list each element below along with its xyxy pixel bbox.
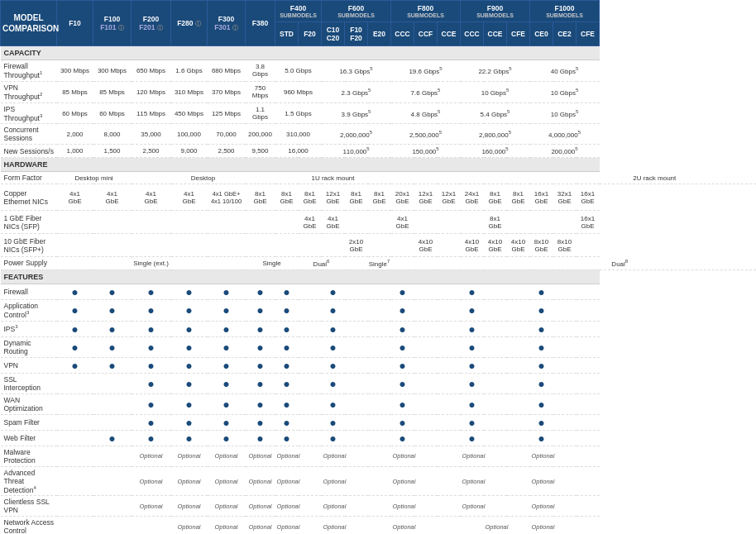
mp-f600c10: Optional xyxy=(322,446,345,466)
nac-row: Network Access Control Optional Optional… xyxy=(1,517,757,534)
mp-f10 xyxy=(57,446,93,466)
ff-f800ccf xyxy=(414,284,438,299)
ssl-f280: ● xyxy=(171,373,208,393)
wf-f10 xyxy=(57,430,93,446)
csv-f300: Optional xyxy=(208,496,246,517)
ff-f600e20 xyxy=(368,284,391,299)
ac-f600c10: ● xyxy=(322,299,345,321)
capacity-label: CAPACITY xyxy=(1,46,600,60)
hardware-label: HARDWARE xyxy=(1,158,600,172)
cn-f600e20: 8x1GbE xyxy=(368,184,391,211)
ips-feature-row: IPS3 ● ● ● ● ● ● ● ● ● ● ● xyxy=(1,321,757,336)
sf-f200: ● xyxy=(132,414,171,430)
vpnf-f10: ● xyxy=(57,357,93,373)
ssl-f800ccf xyxy=(414,373,438,393)
f10n-f1000ce0: 8x10GbE xyxy=(530,234,553,257)
sf-f800ccc: ● xyxy=(391,414,414,430)
dr-f1000ce0: ● xyxy=(530,336,553,357)
ips-f800ccc: ● xyxy=(391,321,414,336)
wan-f800cce xyxy=(438,393,461,414)
wan-f380: ● xyxy=(246,393,275,414)
ns-f1000: 200,0005 xyxy=(530,145,600,158)
it-f1000: 10 Gbps5 xyxy=(530,103,600,124)
ff-f600f10 xyxy=(345,284,368,299)
wf-f100: ● xyxy=(93,430,132,446)
ssl-f800ccc: ● xyxy=(391,373,414,393)
f10n-f900ccc: 4x10GbE xyxy=(461,234,484,257)
sf-f900cce xyxy=(484,414,507,430)
f380-header: F380 xyxy=(246,1,275,46)
dr-f800cce xyxy=(438,336,461,357)
ff-f900cfe xyxy=(507,284,530,299)
f10n-f800cce xyxy=(438,234,461,257)
ns-f10: 1,000 xyxy=(57,145,93,158)
ssl-f10 xyxy=(57,373,93,393)
cn-f900cce: 8x1GbE xyxy=(484,184,507,211)
csv-f800ccf xyxy=(414,496,438,517)
f1000-ce2-header: CE2 xyxy=(553,22,577,46)
ff-f400std: ● xyxy=(275,284,299,299)
sf-f800ccf xyxy=(414,414,438,430)
main-container: MODELCOMPARISON F10 F100F101 ⓘ F200F201 … xyxy=(0,0,756,534)
nac-f100 xyxy=(93,517,132,534)
atd-f600c10: Optional xyxy=(322,466,345,496)
mp-f800ccc: Optional xyxy=(391,446,414,466)
comparison-table: MODELCOMPARISON F10 F100F101 ⓘ F200F201 … xyxy=(0,0,756,534)
sf-f1000ce0: ● xyxy=(530,414,553,430)
ac-f1000ce2 xyxy=(553,299,577,321)
ips-f400std: ● xyxy=(275,321,299,336)
web-filter-row: Web Filter ● ● ● ● ● ● ● ● ● ● xyxy=(1,430,757,446)
f1-f1000cfe: 16x1GbE xyxy=(577,211,600,234)
f800-cce-header: CCE xyxy=(438,22,461,46)
it-f400: 1.5 Gbps xyxy=(275,103,322,124)
f300-header: F300F301 ⓘ xyxy=(208,1,246,46)
atd-f100 xyxy=(93,466,132,496)
csv-f900ccc: Optional xyxy=(461,496,484,517)
cn-f100: 4x1GbE xyxy=(93,184,132,211)
mp-f800cce xyxy=(438,446,461,466)
f10n-f900cce: 4x10GbE xyxy=(484,234,507,257)
dr-f1000ce2 xyxy=(553,336,577,357)
it-f10: 60 Mbps xyxy=(57,103,93,124)
vt-f10: 85 Mbps xyxy=(57,81,93,103)
atd-f900cfe xyxy=(507,466,530,496)
nac-f1000cfe xyxy=(577,517,600,534)
copper-nics-row: Copper Ethernet NICs 4x1GbE 4x1GbE 4x1Gb… xyxy=(1,184,757,211)
f1-f800ccc: 4x1GbE xyxy=(391,211,414,234)
vpn-feature-label: VPN xyxy=(1,357,57,373)
nac-label: Network Access Control xyxy=(1,517,57,534)
ff-f800ccc: ● xyxy=(391,284,414,299)
f1-f1000ce2 xyxy=(553,211,577,234)
ft-f100: 300 Mbps xyxy=(93,60,132,82)
f10n-f400f20 xyxy=(299,234,322,257)
nac-f900cce: Optional xyxy=(484,517,507,534)
features-label: FEATURES xyxy=(1,269,600,284)
cn-f400std: 8x1GbE xyxy=(275,184,299,211)
nac-f400std: Optional xyxy=(275,517,299,534)
f600-f10-header: F10F20 xyxy=(345,22,368,46)
vt-f900: 10 Gbps5 xyxy=(461,81,530,103)
dr-f400std: ● xyxy=(275,336,299,357)
form-factor-row: Form Factor Desktop mini Desktop 1U rack… xyxy=(1,172,757,184)
it-f300: 125 Mbps xyxy=(208,103,246,124)
firewall-throughput-label: Firewall Throughput1 xyxy=(1,60,57,82)
wan-f280: ● xyxy=(171,393,208,414)
ips-f380: ● xyxy=(246,321,275,336)
wan-f1000ce0: ● xyxy=(530,393,553,414)
cs-f300: 70,000 xyxy=(208,124,246,145)
features-section-header: FEATURES xyxy=(1,269,757,284)
ff-f600c10: ● xyxy=(322,284,345,299)
f10n-f1000cfe xyxy=(577,234,600,257)
wf-f900cce xyxy=(484,430,507,446)
cn-f280: 4x1GbE xyxy=(171,184,208,211)
sf-f280: ● xyxy=(171,414,208,430)
mp-f200: Optional xyxy=(132,446,171,466)
atd-row: Advanced ThreatDetection4 Optional Optio… xyxy=(1,466,757,496)
ips-f200: ● xyxy=(132,321,171,336)
wan-f10 xyxy=(57,393,93,414)
malware-protection-row: Malware Protection Optional Optional Opt… xyxy=(1,446,757,466)
csv-f600c10: Optional xyxy=(322,496,345,517)
f10n-f10 xyxy=(57,234,93,257)
vt-f800: 7.6 Gbps5 xyxy=(391,81,461,103)
mp-f1000ce0: Optional xyxy=(530,446,553,466)
